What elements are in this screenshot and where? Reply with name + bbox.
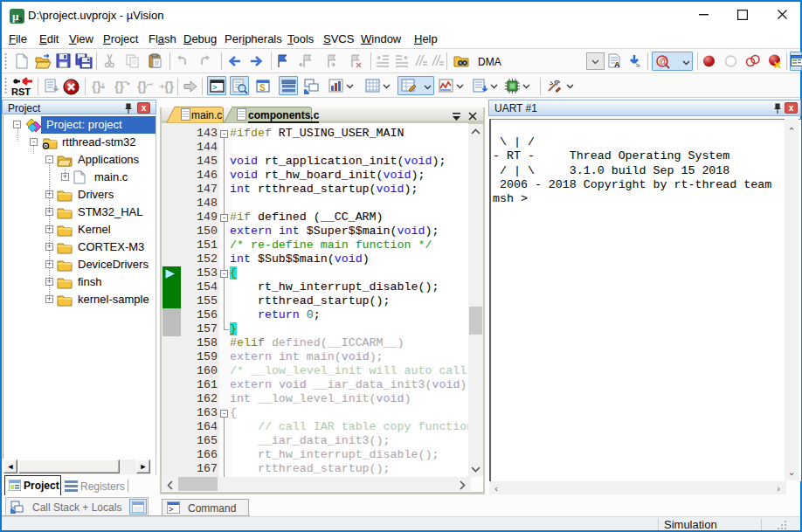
svg-text:S: S [259,83,266,93]
svg-text:>_: >_ [212,84,222,93]
svg-text:5: 5 [18,16,23,24]
svg-text:RST: RST [11,86,31,97]
svg-text:{}: {} [137,79,147,93]
svg-text:{}: {} [164,79,174,93]
svg-text:>: > [169,506,173,514]
svg-text:A: A [614,60,620,69]
svg-text:@: @ [659,57,667,66]
svg-text:{}: {} [114,79,124,93]
svg-text:{}: {} [92,79,101,93]
